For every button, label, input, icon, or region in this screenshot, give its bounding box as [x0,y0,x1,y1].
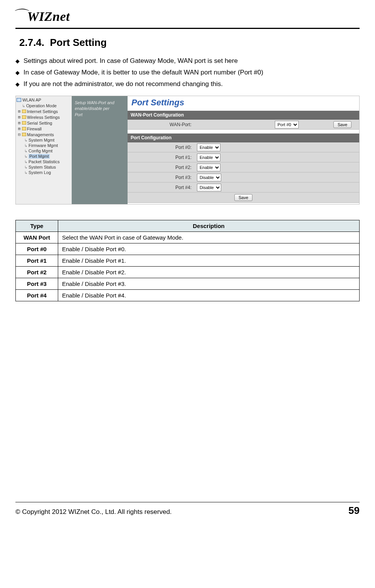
folder-icon [22,127,26,130]
brand-logo: ⌒WIZnet [15,8,360,25]
col-header-type: Type [16,220,58,232]
tree-item[interactable]: ↳Operation Mode [17,103,71,108]
bullet-item: In case of Gateway Mode, it is better to… [15,69,360,76]
tree-item[interactable]: ⊞Wireless Settings [17,114,71,120]
tree-item[interactable]: ⊞Serial Setting [17,120,71,126]
port-config-header: Port Configuration [128,133,359,142]
tree-root[interactable]: WLAN AP [17,98,71,102]
wan-port-row: WAN-Port: Port #0 Save [128,120,359,130]
page-footer: © Copyright 2012 WIZnet Co., Ltd. All ri… [0,502,375,524]
tree-item[interactable]: ⊞Internet Settings [17,108,71,114]
content-panel: Port Settings WAN-Port Configuration WAN… [128,96,359,204]
bullet-item: If you are not the administrator, we do … [15,80,360,88]
port-row: Port #0: Enable [128,142,359,152]
table-row: Port #3Enable / Disable Port #3. [16,278,360,290]
port-label: Port #0: [128,145,197,150]
table-row: Port #1Enable / Disable Port #1. [16,255,360,267]
table-row: Port #0Enable / Disable Port #0. [16,243,360,255]
port-settings-screenshot: WLAN AP ↳Operation Mode ⊞Internet Settin… [15,96,360,204]
page-number: 59 [348,505,360,517]
port-row: Port #1: Enable [128,152,359,162]
save-row: Save [128,193,359,203]
bullet-item: Settings about wired port. In case of Ga… [15,57,360,65]
port0-select[interactable]: Enable [197,144,220,151]
tree-item[interactable]: ⊟Managements [17,132,71,137]
tree-item[interactable]: ↳System Status [17,164,71,170]
computer-icon [17,98,21,102]
port4-select[interactable]: Disable [197,184,221,191]
port-label: Port #3: [128,175,197,180]
folder-icon [22,115,26,119]
wan-port-config-header: WAN-Port Configuration [128,111,359,120]
table-row: Port #4Enable / Disable Port #4. [16,290,360,301]
port2-select[interactable]: Enable [197,164,220,171]
port-label: Port #2: [128,165,197,170]
port1-select[interactable]: Enable [197,154,220,161]
table-row: Port #2Enable / Disable Port #2. [16,267,360,278]
save-button[interactable]: Save [234,194,252,201]
panel-title: Port Settings [128,96,359,111]
folder-icon [22,133,26,136]
col-header-description: Description [58,220,360,232]
port-row: Port #2: Enable [128,162,359,172]
tree-item[interactable]: ↳System Mgmt [17,137,71,143]
save-button[interactable]: Save [333,121,351,128]
tree-item[interactable]: ↳Config Mgmt [17,148,71,154]
tree-item[interactable]: ↳Packet Statistics [17,159,71,164]
folder-icon [22,110,26,113]
port3-select[interactable]: Disable [197,174,221,181]
bullet-list: Settings about wired port. In case of Ga… [15,57,360,88]
port-row: Port #4: Disable [128,182,359,193]
folder-icon [22,121,26,125]
copyright-text: © Copyright 2012 WIZnet Co., Ltd. All ri… [15,508,172,516]
tree-item[interactable]: ↳Firmware Mgmt [17,143,71,148]
tree-item[interactable]: ⊞Firewall [17,126,71,132]
port-row: Port #3: Disable [128,172,359,182]
description-table: Type Description WAN PortSelect the WAN … [15,220,360,301]
hint-panel: Setup WAN-Port and enable/disable per Po… [72,96,128,204]
table-row: WAN PortSelect the WAN Port in case of G… [16,232,360,243]
wan-port-label: WAN-Port: [128,122,197,127]
tree-item-selected[interactable]: ↳Port Mgmt [17,154,71,159]
port-label: Port #4: [128,185,197,190]
tree-item[interactable]: ↳System Log [17,170,71,175]
nav-tree: WLAN AP ↳Operation Mode ⊞Internet Settin… [16,96,72,204]
section-heading: 2.7.4. Port Setting [19,37,360,49]
header-rule [15,28,360,29]
wan-port-select[interactable]: Port #0 [275,121,299,128]
port-label: Port #1: [128,155,197,160]
